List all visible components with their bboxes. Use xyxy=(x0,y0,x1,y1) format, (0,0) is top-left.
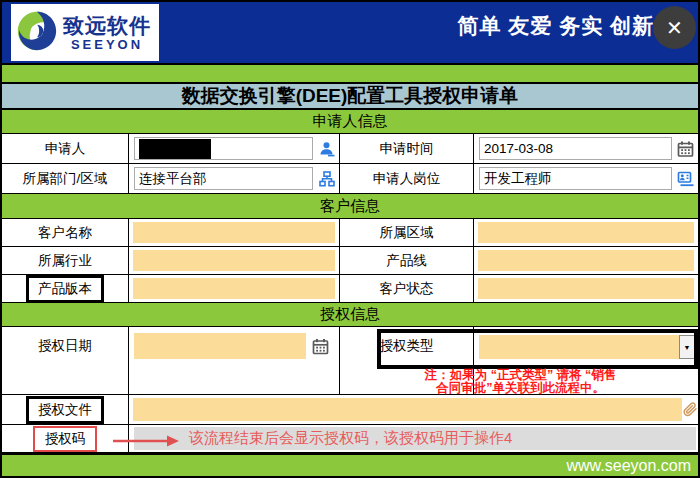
org-chart-icon[interactable] xyxy=(319,171,335,187)
auth-type-note-line2: 合同审批”单关联到此流程中。 xyxy=(347,382,694,395)
auth-code-note: 该流程结束后会显示授权码，该授权码用于操作4 xyxy=(189,429,512,448)
auth-code-label: 授权码 xyxy=(33,426,98,452)
department-input[interactable]: 连接平台部 xyxy=(134,167,313,190)
product-version-field[interactable] xyxy=(133,278,335,299)
auth-file-label: 授权文件 xyxy=(26,396,104,424)
auth-type-dropdown-icon[interactable]: ▼ xyxy=(679,335,695,359)
position-input[interactable]: 开发工程师 xyxy=(479,167,672,190)
arrow-right-icon xyxy=(113,433,179,451)
redacted-name xyxy=(139,139,211,159)
auth-date-label: 授权日期 xyxy=(2,327,129,394)
industry-label: 所属行业 xyxy=(2,247,129,274)
auth-code-field: 该流程结束后会显示授权码，该授权码用于操作4 xyxy=(134,427,696,450)
section-auth-info: 授权信息 xyxy=(2,303,698,327)
row-product-version: 产品版本 客户状态 xyxy=(2,275,698,303)
row-customer-name: 客户名称 所属区域 xyxy=(2,219,698,247)
customer-status-label: 客户状态 xyxy=(340,275,474,302)
row-department: 所属部门/区域 连接平台部 申请人岗位 开发工程师 xyxy=(2,164,698,194)
calendar-icon[interactable] xyxy=(677,140,694,157)
seeyon-logo-icon xyxy=(15,9,59,57)
auth-date-field[interactable] xyxy=(134,333,306,359)
company-slogan: 简单 友爱 务实 创新 xyxy=(457,12,654,40)
customer-name-field[interactable] xyxy=(133,222,335,243)
row-auth-date-type: 授权日期 授权类型 ▼ 注：如果为 “正式类型” 请将 “销售 合同审批 xyxy=(2,327,698,395)
applicant-name-input[interactable] xyxy=(134,137,313,160)
region-label: 所属区域 xyxy=(340,219,474,246)
paperclip-icon[interactable] xyxy=(682,399,698,423)
product-line-field[interactable] xyxy=(478,250,694,271)
footer-bar: www.seeyon.com xyxy=(2,453,698,476)
workstation-icon[interactable] xyxy=(677,170,694,187)
window-header: 致远软件 SEEYON 简单 友爱 务实 创新 ✕ xyxy=(2,2,698,63)
product-version-label: 产品版本 xyxy=(26,275,104,303)
auth-date-calendar-icon[interactable] xyxy=(312,338,329,359)
applicant-name-label: 申请人 xyxy=(2,134,129,163)
apply-time-label: 申请时间 xyxy=(340,134,474,163)
apply-time-input[interactable]: 2017-03-08 xyxy=(479,137,672,160)
website-url: www.seeyon.com xyxy=(567,457,692,475)
customer-status-field[interactable] xyxy=(478,278,694,299)
region-field[interactable] xyxy=(478,222,694,243)
row-auth-file: 授权文件 xyxy=(2,395,698,425)
position-label: 申请人岗位 xyxy=(340,164,474,193)
auth-type-note: 注：如果为 “正式类型” 请将 “销售 合同审批”单关联到此流程中。 xyxy=(347,369,694,395)
row-industry: 所属行业 产品线 xyxy=(2,247,698,275)
person-picker-icon[interactable] xyxy=(319,141,335,157)
auth-file-field[interactable] xyxy=(133,398,682,421)
auth-type-field[interactable] xyxy=(479,335,679,359)
section-customer-info: 客户信息 xyxy=(2,194,698,219)
row-applicant: 申请人 申请时间 2017-03-08 xyxy=(2,134,698,164)
seeyon-logo: 致远软件 SEEYON xyxy=(11,4,159,61)
customer-name-label: 客户名称 xyxy=(2,219,129,246)
close-icon[interactable]: ✕ xyxy=(653,6,696,49)
seeyon-logo-text: 致远软件 SEEYON xyxy=(63,15,151,51)
top-green-strip xyxy=(2,63,698,84)
dee-authorization-form-window: 致远软件 SEEYON 简单 友爱 务实 创新 ✕ 数据交换引擎(DEE)配置工… xyxy=(0,0,700,478)
brand-name: 致远软件 xyxy=(63,15,151,36)
brand-subname: SEEYON xyxy=(71,38,143,51)
product-line-label: 产品线 xyxy=(340,247,474,274)
industry-field[interactable] xyxy=(133,250,335,271)
row-auth-code: 授权码 该流程结束后会显示授权码，该授权码用于操作4 xyxy=(2,425,698,453)
department-label: 所属部门/区域 xyxy=(2,164,129,193)
section-applicant-info: 申请人信息 xyxy=(2,110,698,134)
form-title: 数据交换引擎(DEE)配置工具授权申请单 xyxy=(2,84,698,110)
